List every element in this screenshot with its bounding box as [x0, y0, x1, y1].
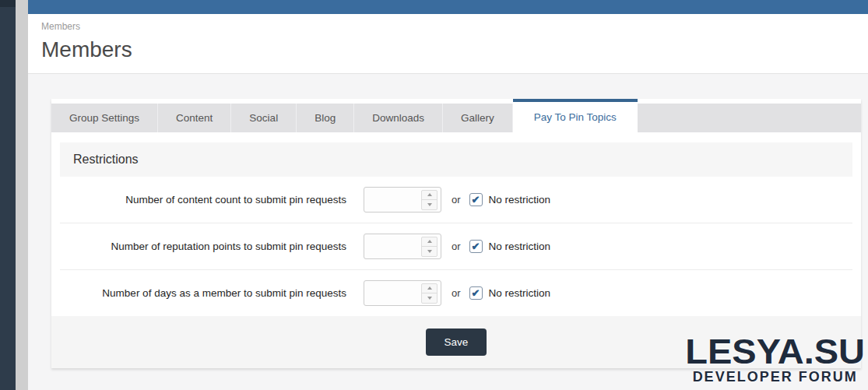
stepper-up-button[interactable] [422, 284, 437, 293]
arrow-up-icon [427, 286, 432, 290]
or-label: or [452, 194, 461, 206]
tab-content[interactable]: Content [158, 104, 231, 132]
checkmark-icon: ✔ [472, 288, 480, 298]
or-label: or [452, 287, 461, 299]
arrow-up-icon [427, 193, 432, 196]
section-header-restrictions: Restrictions [60, 142, 852, 177]
collapsed-menu-rail [16, 0, 28, 390]
tab-downloads[interactable]: Downloads [354, 104, 443, 132]
stepper-up-button[interactable] [422, 191, 437, 200]
form-footer: Save [51, 316, 861, 368]
stepper-down-button[interactable] [422, 199, 437, 209]
arrow-up-icon [427, 240, 432, 243]
field-label: Number of days as a member to submit pin… [60, 286, 364, 300]
save-button[interactable]: Save [426, 329, 487, 356]
no-restriction-label[interactable]: No restriction [489, 194, 551, 206]
content-count-input[interactable] [364, 187, 441, 213]
number-stepper [421, 190, 438, 210]
main-content-area: Members Members Group Settings Content S… [28, 0, 868, 390]
field-label: Number of reputation points to submit pi… [60, 240, 364, 254]
arrow-down-icon [427, 203, 432, 206]
admin-sidebar-rail [0, 0, 16, 390]
number-stepper [421, 283, 438, 304]
tab-bar-filler [638, 104, 861, 132]
arrow-down-icon [427, 250, 432, 253]
no-restriction-label[interactable]: No restriction [489, 287, 551, 299]
no-restriction-checkbox[interactable]: ✔ [469, 193, 483, 206]
days-as-member-input[interactable] [364, 280, 441, 306]
form-row-content-count: Number of content count to submit pin re… [60, 177, 852, 223]
sidebar-rail-top-strip [0, 0, 16, 7]
stepper-down-button[interactable] [422, 246, 437, 256]
form-body: Restrictions Number of content count to … [51, 132, 861, 316]
tab-bar: Group Settings Content Social Blog Downl… [51, 99, 861, 132]
tab-blog[interactable]: Blog [297, 104, 354, 132]
form-row-reputation-points: Number of reputation points to submit pi… [60, 223, 852, 270]
tab-group-settings[interactable]: Group Settings [51, 104, 158, 132]
or-label: or [452, 241, 461, 252]
settings-panel: Group Settings Content Social Blog Downl… [51, 99, 861, 368]
stepper-down-button[interactable] [422, 293, 437, 303]
number-stepper [421, 237, 438, 257]
no-restriction-checkbox[interactable]: ✔ [469, 286, 483, 300]
form-row-days-as-member: Number of days as a member to submit pin… [60, 270, 852, 316]
tab-social[interactable]: Social [231, 104, 297, 132]
tab-pay-to-pin-topics[interactable]: Pay To Pin Topics [513, 99, 638, 132]
no-restriction-checkbox[interactable]: ✔ [469, 240, 483, 253]
checkmark-icon: ✔ [472, 195, 480, 205]
tab-gallery[interactable]: Gallery [443, 104, 513, 132]
arrow-down-icon [427, 297, 432, 300]
stepper-up-button[interactable] [422, 237, 437, 247]
field-label: Number of content count to submit pin re… [60, 193, 364, 207]
reputation-points-input[interactable] [364, 234, 441, 259]
page-header: Members Members [28, 14, 868, 74]
page-title: Members [41, 37, 868, 62]
checkmark-icon: ✔ [472, 241, 480, 251]
breadcrumb[interactable]: Members [41, 21, 868, 32]
top-accent-bar [28, 0, 868, 14]
no-restriction-label[interactable]: No restriction [489, 241, 551, 252]
